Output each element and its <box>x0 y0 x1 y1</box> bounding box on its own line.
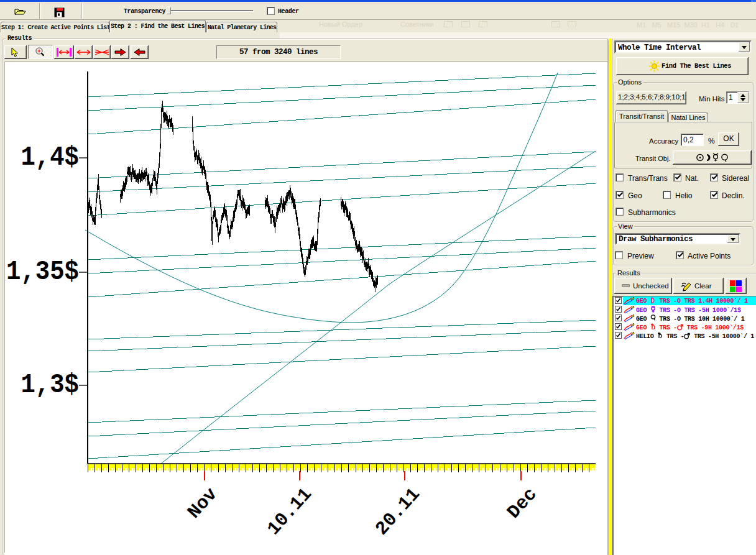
svg-text:1,4$: 1,4$ <box>21 142 79 173</box>
svg-text:1,35$: 1,35$ <box>6 256 79 288</box>
svg-text:1,3$: 1,3$ <box>21 369 79 401</box>
